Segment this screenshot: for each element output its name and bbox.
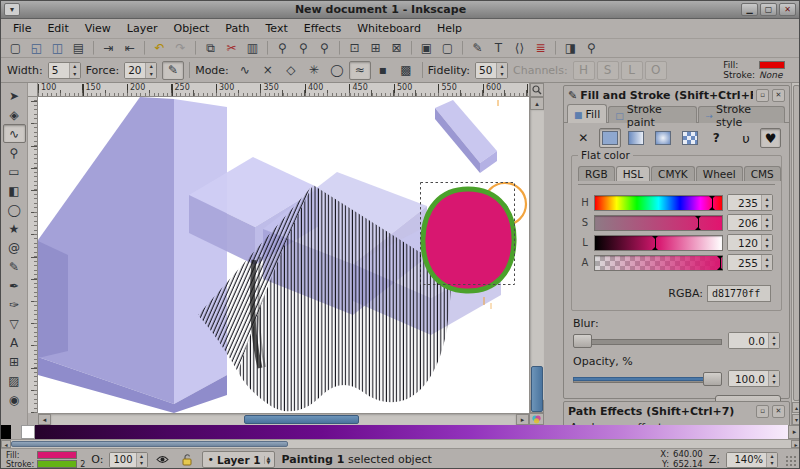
fill-stroke-indicator[interactable]: Fill: Stroke: 2	[6, 451, 85, 469]
stroke-color-swatch[interactable]	[37, 460, 77, 468]
use-pressure-toggle[interactable]: ✎	[162, 61, 184, 80]
spin-down-arrow-icon[interactable]	[497, 70, 507, 78]
toolbar-button[interactable]	[140, 40, 149, 57]
spin-up-arrow-icon[interactable]	[146, 63, 156, 71]
force-spinbox[interactable]: 20	[124, 62, 157, 79]
menu-item[interactable]: Path	[217, 20, 257, 37]
toolbar-button-copy[interactable]: ⧉	[200, 40, 221, 57]
rgba-input[interactable]: d81770ff	[707, 285, 771, 302]
color-space-tab[interactable]: CMYK	[651, 166, 695, 181]
blur-value[interactable]: 0.0	[729, 333, 768, 348]
hue-slider[interactable]	[594, 195, 723, 211]
toolbar-button-zoom-to-drawing[interactable]: ⚲	[293, 40, 314, 57]
palette-swatch-white[interactable]	[21, 425, 35, 439]
paint-unknown-button[interactable]: ?	[705, 128, 728, 148]
palette-swatch-black[interactable]	[1, 425, 11, 439]
toolbar-button[interactable]	[551, 40, 560, 57]
zoom-spinbox[interactable]: 140%	[726, 452, 778, 468]
toolbar-button-new-document[interactable]: ▢	[5, 40, 26, 57]
tool-button-dropper[interactable]: ◉	[3, 390, 26, 409]
fill-rule-evenodd-button[interactable]: ♥	[760, 128, 781, 148]
mode-button-grow[interactable]: ◇	[280, 61, 302, 80]
menu-item[interactable]: Text	[258, 20, 296, 37]
hue-marker[interactable]	[712, 196, 713, 210]
paint-linear-gradient-button[interactable]	[625, 128, 648, 148]
hue-spinbox[interactable]: 235	[727, 194, 773, 211]
toolbar-button-text-dialog[interactable]: T	[488, 40, 509, 57]
mode-button-repel[interactable]: ◯	[326, 61, 348, 80]
opacity-slider[interactable]	[573, 371, 722, 387]
panel-float-button[interactable]: ▫	[756, 405, 769, 418]
scroll-up-button[interactable]	[530, 97, 544, 110]
alpha-spinbox[interactable]: 255	[727, 254, 773, 271]
menu-item[interactable]: Whiteboard	[349, 20, 429, 37]
spin-down-arrow-icon[interactable]	[762, 203, 772, 211]
panel-close-button[interactable]: ✕	[772, 405, 785, 418]
lightness-marker[interactable]	[655, 236, 656, 250]
blur-slider[interactable]	[573, 333, 722, 349]
dock-scroll-up-button[interactable]: ▴	[792, 402, 800, 413]
menu-item[interactable]: View	[77, 20, 119, 37]
maximize-button[interactable]: ▢	[760, 3, 777, 16]
minimize-button[interactable]: ▁	[741, 3, 758, 16]
toolbar-button[interactable]	[89, 40, 98, 57]
resize-grip[interactable]	[784, 454, 796, 466]
mode-button-attract[interactable]: ✳	[303, 61, 325, 80]
palette-scroll-left-button[interactable]	[1, 440, 11, 448]
saturation-marker[interactable]	[698, 216, 699, 230]
palette-next-button[interactable]	[788, 425, 800, 439]
dock-scroll-thumb[interactable]	[793, 85, 800, 401]
toolbar-button-align-distribute[interactable]: ≣	[530, 40, 551, 57]
drawing-3d-box-left[interactable]	[38, 97, 227, 413]
tool-button-zoom[interactable]: ⚲	[3, 143, 26, 162]
toolbar-button-unlink-clone[interactable]: ⊠	[386, 40, 407, 57]
saturation-slider[interactable]	[594, 215, 723, 231]
vertical-scroll-thumb[interactable]	[531, 366, 543, 412]
spin-down-arrow-icon[interactable]	[767, 460, 777, 467]
channel-button[interactable]: L	[621, 61, 643, 80]
toolbar-button-export[interactable]: ⇤	[119, 40, 140, 57]
drawing-pink-blob[interactable]	[423, 189, 514, 291]
toolbar-button-paste[interactable]: ▥	[242, 40, 263, 57]
color-space-tab[interactable]: Wheel	[696, 166, 743, 181]
layer-visibility-toggle[interactable]	[154, 452, 172, 468]
toolbar-button[interactable]	[407, 40, 416, 57]
saturation-value[interactable]: 206	[728, 215, 761, 230]
palette-scroll-thumb[interactable]	[11, 441, 288, 447]
menu-item[interactable]: File	[5, 20, 39, 37]
channel-button[interactable]: H	[573, 61, 595, 80]
panel-close-button[interactable]: ✕	[772, 89, 785, 102]
opacity-handle[interactable]	[703, 372, 722, 386]
vertical-ruler[interactable]	[28, 97, 38, 413]
paint-pattern-button[interactable]	[678, 128, 701, 148]
paint-none-button[interactable]: ✕	[572, 128, 595, 148]
paint-radial-gradient-button[interactable]	[652, 128, 675, 148]
menu-item[interactable]: Layer	[119, 20, 166, 37]
window-menu-button[interactable]: ▾	[4, 3, 20, 16]
toolbar-button-zoom-to-page[interactable]: ⚲	[314, 40, 335, 57]
menu-item[interactable]: Effects	[296, 20, 349, 37]
horizontal-ruler[interactable]: 100150200250300350400450500550600650	[38, 83, 529, 97]
mode-button-jitter-color[interactable]: ▩	[395, 61, 417, 80]
drawing-3d-beam[interactable]	[435, 100, 497, 173]
menu-item[interactable]: Object	[166, 20, 218, 37]
close-button[interactable]: ✕	[779, 3, 796, 16]
panel-float-button[interactable]: ▫	[756, 89, 769, 102]
spin-down-arrow-icon[interactable]	[769, 341, 779, 349]
tool-button-tweak[interactable]: ∿	[3, 124, 26, 143]
palette-purple-gradient[interactable]	[35, 425, 788, 439]
spin-down-arrow-icon[interactable]	[137, 460, 147, 467]
lightness-value[interactable]: 120	[728, 235, 761, 250]
hue-value[interactable]: 235	[728, 195, 761, 210]
lightness-slider[interactable]	[594, 235, 723, 251]
fill-swatch[interactable]	[759, 61, 785, 69]
current-layer-selector[interactable]: • Layer 1 ▲▼	[202, 451, 276, 468]
spin-down-arrow-icon[interactable]	[70, 70, 80, 78]
spin-down-arrow-icon[interactable]	[762, 223, 772, 231]
toolbar-button-fill-stroke-dialog[interactable]: ✎	[467, 40, 488, 57]
lightness-spinbox[interactable]: 120	[727, 234, 773, 251]
toolbar-button-import[interactable]: ⇥	[98, 40, 119, 57]
toolbar-button-redo[interactable]: ↷	[170, 40, 191, 57]
color-space-tab[interactable]: HSL	[616, 166, 650, 181]
alpha-marker[interactable]	[720, 256, 721, 270]
